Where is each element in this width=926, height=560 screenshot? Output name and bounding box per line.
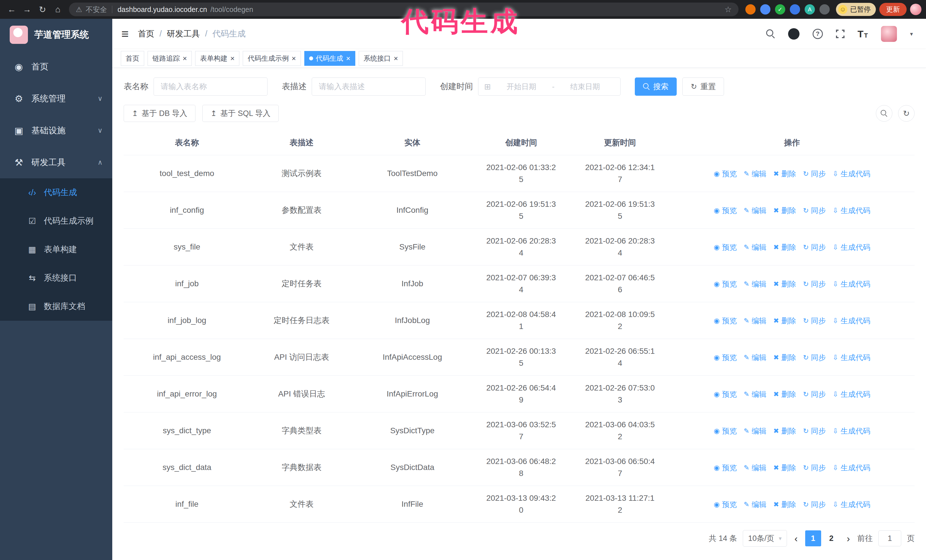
action-edit-link[interactable]: ✎编辑	[744, 499, 766, 510]
github-icon[interactable]	[788, 28, 799, 39]
action-generate-link[interactable]: ⇩生成代码	[832, 205, 870, 216]
sidebar-subitem-form-builder[interactable]: ▦表单构建	[0, 235, 112, 264]
avatar-caret-icon[interactable]: ▾	[910, 30, 913, 37]
action-delete-link[interactable]: ✖删除	[773, 205, 796, 216]
tab-close-icon[interactable]: ×	[230, 55, 235, 62]
action-sync-link[interactable]: ↻同步	[803, 499, 826, 510]
reset-button[interactable]: ↻重置	[682, 77, 724, 96]
action-generate-link[interactable]: ⇩生成代码	[832, 389, 870, 400]
sidebar-item-home[interactable]: ◉首页	[0, 51, 112, 83]
action-generate-link[interactable]: ⇩生成代码	[832, 242, 870, 253]
table-desc-input[interactable]	[312, 77, 426, 96]
tab-4[interactable]: 代码生成×	[304, 51, 355, 66]
action-delete-link[interactable]: ✖删除	[773, 352, 796, 363]
tab-3[interactable]: 代码生成示例×	[243, 51, 301, 66]
table-name-input[interactable]	[154, 77, 268, 96]
action-edit-link[interactable]: ✎编辑	[744, 205, 766, 216]
extension-blue-drop-icon[interactable]	[760, 4, 770, 15]
browser-home-button[interactable]: ⌂	[51, 2, 65, 17]
action-delete-link[interactable]: ✖删除	[773, 242, 796, 253]
extension-puzzle-icon[interactable]	[819, 4, 830, 15]
browser-profile-avatar[interactable]	[910, 4, 921, 15]
extension-translate-icon[interactable]: A	[805, 4, 815, 15]
fullscreen-icon[interactable]	[836, 30, 844, 38]
action-edit-link[interactable]: ✎编辑	[744, 242, 766, 253]
create-time-range-picker[interactable]: ⊞ 开始日期 - 结束日期	[478, 77, 620, 96]
action-generate-link[interactable]: ⇩生成代码	[832, 352, 870, 363]
action-delete-link[interactable]: ✖删除	[773, 168, 796, 180]
search-icon[interactable]	[766, 29, 775, 38]
action-delete-link[interactable]: ✖删除	[773, 426, 796, 437]
page-number-1[interactable]: 1	[805, 530, 821, 546]
action-edit-link[interactable]: ✎编辑	[744, 462, 766, 473]
action-edit-link[interactable]: ✎编辑	[744, 315, 766, 326]
action-sync-link[interactable]: ↻同步	[803, 462, 826, 473]
action-preview-link[interactable]: ◉预览	[714, 315, 737, 326]
tab-close-icon[interactable]: ×	[292, 55, 296, 62]
address-bar[interactable]: ⚠ 不安全 dashboard.yudao.iocoder.cn /tool/c…	[69, 3, 738, 16]
action-preview-link[interactable]: ◉预览	[714, 242, 737, 253]
bookmark-star-icon[interactable]: ☆	[725, 5, 732, 14]
action-generate-link[interactable]: ⇩生成代码	[832, 426, 870, 437]
sidebar-item-system[interactable]: ⚙系统管理∨	[0, 83, 112, 115]
breadcrumb-item[interactable]: 研发工具	[167, 28, 200, 39]
action-delete-link[interactable]: ✖删除	[773, 315, 796, 326]
sidebar-subitem-db-doc[interactable]: ▤数据库文档	[0, 292, 112, 321]
action-delete-link[interactable]: ✖删除	[773, 389, 796, 400]
action-delete-link[interactable]: ✖删除	[773, 462, 796, 473]
tab-close-icon[interactable]: ×	[394, 55, 398, 62]
sidebar-subitem-codegen[interactable]: ‹/›代码生成	[0, 178, 112, 207]
tab-1[interactable]: 链路追踪×	[148, 51, 192, 66]
action-preview-link[interactable]: ◉预览	[714, 462, 737, 473]
action-preview-link[interactable]: ◉预览	[714, 389, 737, 400]
action-preview-link[interactable]: ◉预览	[714, 279, 737, 290]
action-generate-link[interactable]: ⇩生成代码	[832, 315, 870, 326]
help-icon[interactable]: ?	[813, 29, 823, 39]
goto-page-input[interactable]	[878, 530, 901, 546]
action-delete-link[interactable]: ✖删除	[773, 499, 796, 510]
action-sync-link[interactable]: ↻同步	[803, 426, 826, 437]
action-generate-link[interactable]: ⇩生成代码	[832, 462, 870, 473]
action-delete-link[interactable]: ✖删除	[773, 279, 796, 290]
action-preview-link[interactable]: ◉预览	[714, 205, 737, 216]
sidebar-subitem-codegen-example[interactable]: ☑代码生成示例	[0, 207, 112, 235]
action-sync-link[interactable]: ↻同步	[803, 242, 826, 253]
action-preview-link[interactable]: ◉预览	[714, 426, 737, 437]
extension-green-check-icon[interactable]: ✓	[775, 4, 785, 15]
browser-forward-button[interactable]: →	[20, 2, 34, 17]
action-sync-link[interactable]: ↻同步	[803, 205, 826, 216]
action-sync-link[interactable]: ↻同步	[803, 315, 826, 326]
next-page-button[interactable]: ›	[845, 533, 852, 544]
tab-2[interactable]: 表单构建×	[195, 51, 239, 66]
profile-paused-badge[interactable]: ☺ 已暂停	[836, 3, 876, 16]
action-generate-link[interactable]: ⇩生成代码	[832, 499, 870, 510]
action-edit-link[interactable]: ✎编辑	[744, 426, 766, 437]
browser-update-button[interactable]: 更新	[879, 3, 906, 16]
font-size-icon[interactable]: TT	[858, 29, 868, 39]
action-edit-link[interactable]: ✎编辑	[744, 279, 766, 290]
action-preview-link[interactable]: ◉预览	[714, 499, 737, 510]
action-edit-link[interactable]: ✎编辑	[744, 389, 766, 400]
action-sync-link[interactable]: ↻同步	[803, 352, 826, 363]
breadcrumb-item[interactable]: 首页	[138, 28, 154, 39]
sidebar-subitem-api[interactable]: ⇆系统接口	[0, 264, 112, 292]
sidebar-item-infra[interactable]: ▣基础设施∨	[0, 115, 112, 146]
browser-reload-button[interactable]: ↻	[35, 2, 50, 17]
action-generate-link[interactable]: ⇩生成代码	[832, 168, 870, 180]
action-sync-link[interactable]: ↻同步	[803, 279, 826, 290]
action-preview-link[interactable]: ◉预览	[714, 352, 737, 363]
extension-orange-icon[interactable]	[745, 4, 756, 15]
search-button[interactable]: 搜索	[635, 77, 677, 96]
action-preview-link[interactable]: ◉预览	[714, 168, 737, 180]
tab-close-icon[interactable]: ×	[183, 55, 187, 62]
toggle-search-button[interactable]	[876, 105, 893, 122]
action-edit-link[interactable]: ✎编辑	[744, 352, 766, 363]
extension-people-icon[interactable]	[790, 4, 800, 15]
action-generate-link[interactable]: ⇩生成代码	[832, 279, 870, 290]
prev-page-button[interactable]: ‹	[793, 533, 799, 544]
import-db-button[interactable]: ↥基于 DB 导入	[124, 105, 195, 122]
tab-0[interactable]: 首页	[121, 51, 144, 66]
action-sync-link[interactable]: ↻同步	[803, 168, 826, 180]
user-avatar[interactable]	[881, 26, 897, 42]
sidebar-item-devtools[interactable]: ⚒研发工具∧	[0, 146, 112, 178]
